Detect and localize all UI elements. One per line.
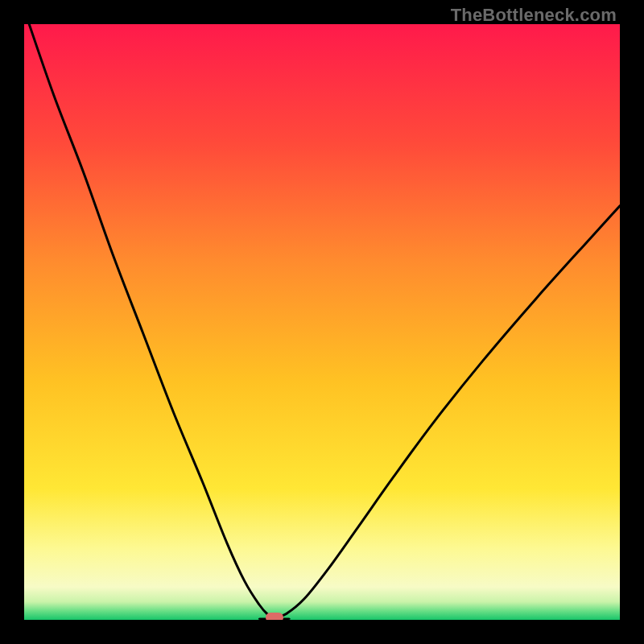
- watermark-text: TheBottleneck.com: [451, 5, 617, 26]
- chart-frame: TheBottleneck.com: [0, 0, 644, 644]
- bottleneck-curve: [24, 24, 620, 620]
- plot-area: [24, 24, 620, 620]
- optimal-marker: [266, 613, 283, 620]
